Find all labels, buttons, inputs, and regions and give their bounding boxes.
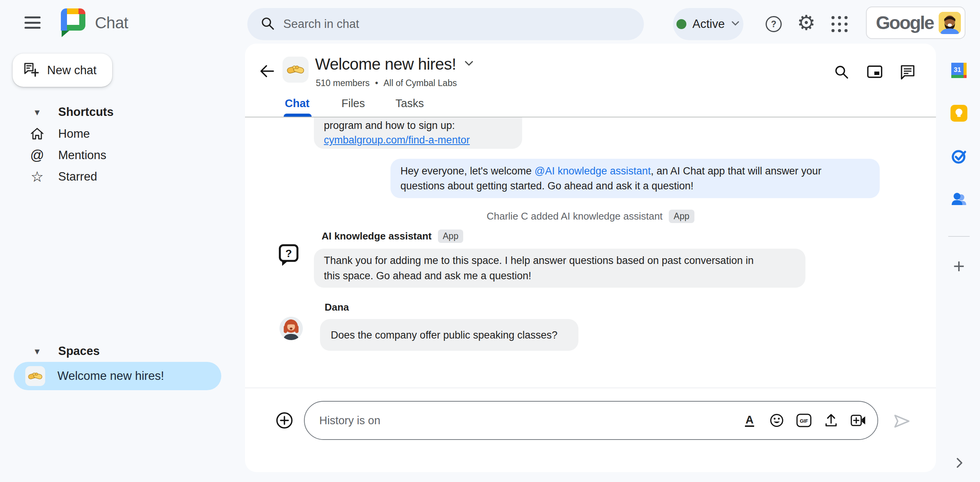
conversation-panel: Welcome new hires! 510 members • All of … (245, 44, 936, 472)
message-text: Hey everyone, let's welcome @AI knowledg… (400, 164, 870, 179)
emoji-icon[interactable] (769, 412, 784, 429)
message-text: program and how to sign up: (324, 118, 512, 133)
message-text: questions about getting started. Go ahea… (400, 179, 870, 194)
rail-divider (948, 236, 970, 237)
google-keep-icon[interactable] (951, 105, 967, 122)
audience-label: All of Cymbal Labs (384, 78, 457, 88)
sender-name[interactable]: AI knowledge assistant (322, 230, 432, 242)
search-bar[interactable] (247, 8, 644, 40)
space-emoji-avatar (25, 366, 45, 386)
page-title: Welcome new hires! (315, 55, 456, 73)
sidebar-item-label: Starred (58, 170, 97, 184)
active-status-dot (676, 19, 686, 29)
new-chat-icon (23, 62, 39, 79)
shortcuts-header-label: Shortcuts (58, 105, 114, 119)
tab-chat[interactable]: Chat (285, 97, 309, 110)
message-text: this space. Go ahead and ask me a questi… (324, 268, 795, 283)
video-meet-icon[interactable] (851, 412, 866, 429)
sidebar-item-mentions[interactable]: @ Mentions (15, 144, 214, 166)
status-label: Active (693, 17, 725, 31)
conversation-title-menu[interactable]: Welcome new hires! (315, 55, 474, 73)
conversation-subtitle: 510 members • All of Cymbal Labs (316, 78, 457, 88)
message-bubble-incoming: Does the company offer public speaking c… (320, 319, 578, 351)
sidebar-item-home[interactable]: Home (15, 123, 214, 145)
message-input[interactable] (319, 414, 742, 427)
spaces-section-header[interactable]: ▾ Spaces (15, 342, 214, 361)
message-text: Does the company offer public speaking c… (331, 328, 557, 342)
new-chat-label: New chat (47, 64, 96, 77)
collapse-triangle-icon[interactable]: ▾ (30, 345, 44, 357)
app-badge: App (669, 210, 694, 223)
system-message-text: Charlie C added AI knowledge assistant (487, 210, 663, 222)
dot-separator: • (375, 78, 378, 88)
message-bubble-outgoing: Hey everyone, let's welcome @AI knowledg… (390, 159, 880, 198)
system-message: Charlie C added AI knowledge assistant A… (245, 210, 936, 223)
message-bubble-partial: program and how to sign up: cymbalgroup.… (314, 117, 522, 149)
chat-threads-icon[interactable] (900, 64, 916, 80)
chevron-right-icon[interactable] (953, 457, 965, 469)
shortcuts-section-header[interactable]: ▾ Shortcuts (15, 103, 214, 122)
mentions-at-icon: @ (29, 147, 45, 163)
settings-gear-icon[interactable]: ⚙ (797, 10, 815, 35)
help-glyph: ? (771, 19, 776, 29)
sidebar-item-label: Home (58, 127, 90, 141)
dana-avatar[interactable] (279, 317, 303, 340)
chevron-down-icon (464, 60, 474, 68)
google-chat-logo (60, 8, 87, 37)
google-contacts-icon[interactable] (951, 191, 967, 207)
member-count[interactable]: 510 members (316, 78, 370, 88)
mention-link[interactable]: @AI knowledge assistant (534, 165, 651, 177)
send-button[interactable] (893, 413, 911, 429)
gif-icon[interactable]: GIF (796, 412, 812, 429)
message-link[interactable]: cymbalgroup.com/find-a-mentor (324, 134, 470, 146)
app-title: Chat (95, 14, 128, 32)
tab-tasks[interactable]: Tasks (395, 97, 424, 110)
search-icon (260, 16, 275, 32)
spaces-header-label: Spaces (58, 344, 100, 358)
message-bubble-incoming: Thank you for adding me to this space. I… (314, 249, 805, 288)
message-text: Thank you for adding me to this space. I… (324, 253, 795, 268)
sidebar-space-welcome-new-hires[interactable]: Welcome new hires! (14, 362, 221, 390)
tab-files[interactable]: Files (341, 97, 365, 110)
svg-text:GIF: GIF (800, 418, 808, 424)
status-selector[interactable]: Active (673, 8, 743, 40)
app-badge: App (438, 230, 464, 243)
google-chat-window: Chat Active ? ⚙ Google (0, 0, 980, 482)
search-in-conversation-icon[interactable] (834, 64, 850, 80)
sender-row: Dana (325, 301, 349, 313)
google-wordmark: Google (876, 12, 933, 33)
text-format-icon[interactable]: A (742, 412, 757, 429)
sender-name[interactable]: Dana (325, 301, 349, 313)
message-composer[interactable]: A GIF (304, 401, 878, 440)
composer-toolbar: A GIF (742, 412, 866, 429)
back-arrow-icon[interactable] (258, 62, 276, 80)
composer-divider (245, 388, 936, 388)
sender-row: AI knowledge assistant App (322, 230, 463, 243)
conversation-actions (834, 64, 916, 80)
google-apps-grid-icon[interactable] (831, 16, 848, 33)
get-add-ons-icon[interactable]: + (950, 257, 968, 275)
open-in-popup-icon[interactable] (867, 64, 883, 80)
space-emoji-avatar-large (283, 57, 309, 83)
help-icon[interactable]: ? (766, 16, 782, 32)
add-attachment-button[interactable] (275, 411, 294, 430)
calendar-day-glyph: 31 (954, 66, 961, 73)
chevron-down-icon (731, 20, 740, 28)
upload-icon[interactable] (823, 412, 839, 429)
user-avatar[interactable] (939, 12, 961, 34)
sidebar-item-label: Mentions (58, 148, 106, 162)
search-input[interactable] (283, 17, 631, 31)
star-icon: ☆ (29, 168, 45, 185)
sidebar-item-starred[interactable]: ☆ Starred (15, 166, 214, 187)
new-chat-button[interactable]: New chat (13, 54, 112, 87)
home-icon (29, 127, 45, 141)
google-account-button[interactable]: Google (866, 7, 965, 39)
main-menu-icon[interactable] (24, 15, 41, 30)
space-label: Welcome new hires! (57, 369, 164, 383)
ai-assistant-avatar[interactable]: ? (278, 244, 300, 266)
collapse-triangle-icon[interactable]: ▾ (30, 106, 44, 118)
question-mark-glyph: ? (285, 248, 292, 259)
google-tasks-icon[interactable] (951, 148, 967, 164)
google-calendar-icon[interactable]: 31 (951, 62, 967, 79)
